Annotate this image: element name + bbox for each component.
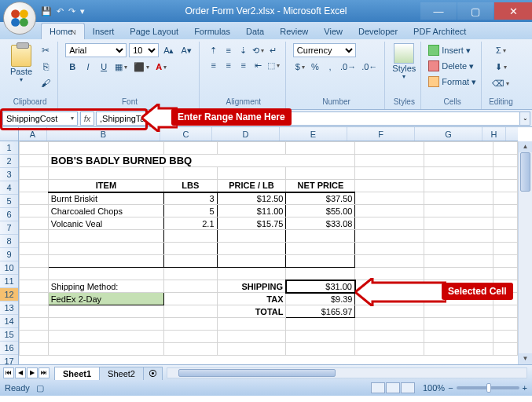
border-button[interactable]: ▦: [112, 60, 130, 74]
sheet-nav-prev-icon[interactable]: ◀: [15, 367, 26, 378]
view-page-break-button[interactable]: [401, 382, 415, 393]
tab-review[interactable]: Review: [272, 24, 316, 39]
row-header[interactable]: 16: [0, 342, 18, 355]
tab-formulas[interactable]: Formulas: [186, 24, 238, 39]
row-header[interactable]: 12: [0, 288, 18, 302]
row-header[interactable]: 11: [0, 275, 18, 288]
horizontal-scrollbar[interactable]: [167, 367, 527, 378]
cut-button[interactable]: ✂: [39, 43, 53, 57]
accounting-format-button[interactable]: $: [293, 60, 307, 74]
wrap-text-button[interactable]: ↵: [266, 43, 281, 57]
row-header[interactable]: 1: [0, 141, 18, 155]
col-header[interactable]: G: [415, 127, 482, 141]
row-header[interactable]: 3: [0, 168, 18, 181]
close-button[interactable]: ✕: [494, 2, 532, 20]
sheet-nav-first-icon[interactable]: ⏮: [3, 367, 14, 378]
row-header[interactable]: 15: [0, 328, 18, 342]
row-header[interactable]: 4: [0, 181, 18, 195]
styles-button[interactable]: Styles ▾: [392, 43, 416, 80]
align-left-button[interactable]: ≡: [207, 58, 221, 72]
fill-color-button[interactable]: ⬛: [131, 60, 152, 74]
sheet-tab-sheet1[interactable]: Sheet1: [54, 367, 100, 380]
percent-button[interactable]: %: [308, 60, 322, 74]
scroll-down-icon[interactable]: ▼: [519, 353, 532, 364]
format-cells-button[interactable]: Format ▾: [428, 75, 476, 89]
font-size-select[interactable]: 10: [129, 43, 159, 57]
sheet-tab-new[interactable]: ⦿: [143, 367, 163, 380]
align-right-button[interactable]: ≡: [237, 58, 251, 72]
scrollbar-thumb[interactable]: [520, 152, 530, 192]
tab-insert[interactable]: Insert: [85, 24, 123, 39]
format-painter-button[interactable]: 🖌: [39, 76, 53, 90]
row-header[interactable]: 10: [0, 261, 18, 275]
view-normal-button[interactable]: [371, 382, 385, 393]
insert-cells-button[interactable]: Insert ▾: [428, 43, 476, 57]
increase-font-button[interactable]: A▴: [161, 43, 176, 57]
number-format-select[interactable]: Currency: [293, 43, 356, 57]
clear-button[interactable]: ⌫: [489, 76, 513, 90]
tab-pdf-architect[interactable]: PDF Architect: [405, 24, 474, 39]
shipping-value-selected-cell[interactable]: $31.00: [286, 280, 355, 293]
row-header[interactable]: 13: [0, 302, 18, 315]
shipping-method-value[interactable]: FedEx 2-Day: [48, 293, 163, 305]
formula-bar-expand-button[interactable]: ⌄: [519, 111, 530, 126]
copy-button[interactable]: ⎘: [39, 60, 53, 74]
save-icon[interactable]: 💾: [41, 6, 52, 16]
bold-button[interactable]: B: [65, 60, 79, 74]
undo-icon[interactable]: ↶: [57, 6, 64, 16]
align-center-button[interactable]: ≡: [222, 58, 236, 72]
row-header[interactable]: 14: [0, 315, 18, 328]
minimize-button[interactable]: —: [420, 2, 457, 20]
align-bottom-button[interactable]: ⇣: [237, 43, 251, 57]
vertical-scrollbar[interactable]: ▲ ▼: [518, 141, 532, 364]
tab-developer[interactable]: Developer: [350, 24, 405, 39]
comma-button[interactable]: ,: [323, 60, 337, 74]
row-header[interactable]: 2: [0, 155, 18, 168]
align-top-button[interactable]: ⇡: [207, 43, 221, 57]
tab-home[interactable]: HomeN: [41, 23, 85, 39]
underline-button[interactable]: U: [97, 60, 111, 74]
italic-button[interactable]: I: [81, 60, 95, 74]
fill-button[interactable]: ⬇: [489, 60, 513, 74]
redo-icon[interactable]: ↷: [68, 6, 75, 16]
hscroll-thumb[interactable]: [178, 369, 336, 377]
decrease-decimal-button[interactable]: .0←: [359, 60, 380, 74]
row-header[interactable]: 9: [0, 248, 18, 261]
tab-data[interactable]: Data: [238, 24, 272, 39]
col-header[interactable]: D: [212, 127, 280, 141]
tab-page-layout[interactable]: Page Layout: [122, 24, 186, 39]
col-header[interactable]: H: [482, 127, 506, 141]
col-header[interactable]: E: [280, 127, 347, 141]
merge-button[interactable]: ⬚: [266, 58, 281, 72]
decrease-indent-button[interactable]: ⇤: [251, 58, 266, 72]
zoom-slider[interactable]: [457, 386, 519, 389]
zoom-slider-handle[interactable]: [486, 383, 491, 393]
font-color-button[interactable]: A: [153, 60, 169, 74]
scroll-up-icon[interactable]: ▲: [519, 141, 532, 152]
sheet-nav-last-icon[interactable]: ⏭: [39, 367, 50, 378]
row-header[interactable]: 7: [0, 221, 18, 235]
view-page-layout-button[interactable]: [386, 382, 400, 393]
zoom-out-button[interactable]: −: [448, 383, 453, 393]
cells-area[interactable]: BOB'S BADLY BURNED BBQ ITEMLBSPRICE / LB…: [19, 141, 518, 364]
increase-decimal-button[interactable]: .0→: [338, 60, 358, 74]
paste-button[interactable]: Paste ▾: [7, 43, 35, 90]
col-header[interactable]: F: [347, 127, 415, 141]
orientation-button[interactable]: ⟲: [251, 43, 266, 57]
sheet-tab-sheet2[interactable]: Sheet2: [99, 367, 144, 380]
tab-view[interactable]: View: [316, 24, 350, 39]
align-middle-button[interactable]: ≡: [222, 43, 236, 57]
row-header[interactable]: 5: [0, 195, 18, 208]
font-name-select[interactable]: Arial: [65, 43, 127, 57]
office-button[interactable]: [3, 2, 36, 35]
macro-record-icon[interactable]: ▢: [36, 383, 44, 393]
maximize-button[interactable]: ▢: [457, 2, 493, 20]
autosum-button[interactable]: Σ: [489, 43, 513, 57]
sheet-nav-next-icon[interactable]: ▶: [27, 367, 38, 378]
decrease-font-button[interactable]: A▾: [178, 43, 193, 57]
row-header[interactable]: 8: [0, 235, 18, 248]
delete-cells-button[interactable]: Delete ▾: [428, 59, 476, 73]
row-header[interactable]: 6: [0, 208, 18, 221]
zoom-level[interactable]: 100%: [423, 383, 445, 393]
qat-more-icon[interactable]: ▾: [80, 6, 85, 16]
